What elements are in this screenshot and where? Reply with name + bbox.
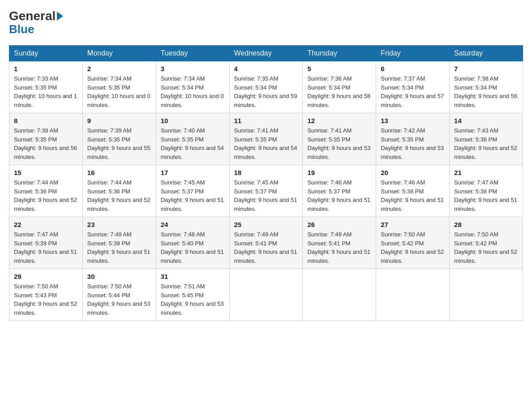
day-number: 26: [307, 221, 371, 228]
day-number: 5: [307, 65, 371, 73]
day-info: Sunrise: 7:36 AMSunset: 5:34 PMDaylight:…: [307, 75, 370, 108]
day-number: 10: [161, 117, 225, 124]
calendar-week-row: 8 Sunrise: 7:39 AMSunset: 5:35 PMDayligh…: [9, 113, 523, 165]
calendar-cell: [303, 269, 376, 321]
calendar-cell: 22 Sunrise: 7:47 AMSunset: 5:39 PMDaylig…: [9, 217, 83, 269]
day-number: 1: [14, 65, 78, 73]
day-number: 15: [14, 169, 78, 176]
day-info: Sunrise: 7:45 AMSunset: 5:37 PMDaylight:…: [234, 179, 297, 212]
day-info: Sunrise: 7:41 AMSunset: 5:35 PMDaylight:…: [307, 127, 370, 160]
calendar-cell: [229, 269, 303, 321]
calendar-cell: 18 Sunrise: 7:45 AMSunset: 5:37 PMDaylig…: [229, 165, 303, 217]
calendar-cell: 7 Sunrise: 7:38 AMSunset: 5:34 PMDayligh…: [450, 61, 523, 113]
calendar-cell: 31 Sunrise: 7:51 AMSunset: 5:45 PMDaylig…: [156, 269, 229, 321]
calendar-cell: 27 Sunrise: 7:50 AMSunset: 5:42 PMDaylig…: [376, 217, 450, 269]
day-info: Sunrise: 7:46 AMSunset: 5:38 PMDaylight:…: [381, 179, 444, 212]
day-number: 29: [14, 273, 78, 280]
day-number: 3: [161, 65, 225, 73]
day-number: 30: [87, 273, 151, 280]
day-number: 21: [454, 169, 518, 176]
calendar-cell: 24 Sunrise: 7:48 AMSunset: 5:40 PMDaylig…: [156, 217, 229, 269]
calendar-cell: 11 Sunrise: 7:41 AMSunset: 5:35 PMDaylig…: [229, 113, 303, 165]
day-info: Sunrise: 7:48 AMSunset: 5:39 PMDaylight:…: [87, 231, 150, 264]
day-number: 31: [161, 273, 225, 280]
day-number: 4: [234, 65, 298, 73]
calendar-cell: 13 Sunrise: 7:42 AMSunset: 5:35 PMDaylig…: [376, 113, 450, 165]
logo-general: General: [9, 9, 56, 23]
day-number: 24: [161, 221, 225, 228]
calendar-cell: 23 Sunrise: 7:48 AMSunset: 5:39 PMDaylig…: [82, 217, 156, 269]
calendar-week-row: 22 Sunrise: 7:47 AMSunset: 5:39 PMDaylig…: [9, 217, 523, 269]
day-number: 17: [161, 169, 225, 176]
calendar-cell: 19 Sunrise: 7:46 AMSunset: 5:37 PMDaylig…: [303, 165, 376, 217]
day-info: Sunrise: 7:40 AMSunset: 5:35 PMDaylight:…: [161, 127, 224, 160]
day-number: 6: [381, 65, 445, 73]
day-number: 16: [87, 169, 151, 176]
day-number: 8: [14, 117, 78, 124]
calendar-week-row: 1 Sunrise: 7:33 AMSunset: 5:35 PMDayligh…: [9, 61, 523, 113]
logo-blue: Blue: [9, 22, 34, 36]
day-info: Sunrise: 7:49 AMSunset: 5:41 PMDaylight:…: [234, 231, 297, 264]
column-header-friday: Friday: [376, 46, 450, 61]
calendar-cell: [450, 269, 523, 321]
logo: General Blue: [9, 9, 64, 36]
day-info: Sunrise: 7:48 AMSunset: 5:40 PMDaylight:…: [161, 231, 224, 264]
day-info: Sunrise: 7:45 AMSunset: 5:37 PMDaylight:…: [161, 179, 224, 212]
day-number: 14: [454, 117, 518, 124]
day-info: Sunrise: 7:51 AMSunset: 5:45 PMDaylight:…: [161, 283, 224, 316]
day-info: Sunrise: 7:38 AMSunset: 5:34 PMDaylight:…: [454, 75, 517, 108]
calendar-cell: 9 Sunrise: 7:39 AMSunset: 5:35 PMDayligh…: [82, 113, 156, 165]
day-info: Sunrise: 7:34 AMSunset: 5:35 PMDaylight:…: [87, 75, 150, 108]
column-header-sunday: Sunday: [9, 46, 83, 61]
day-info: Sunrise: 7:44 AMSunset: 5:36 PMDaylight:…: [14, 179, 77, 212]
day-number: 23: [87, 221, 151, 228]
day-info: Sunrise: 7:37 AMSunset: 5:34 PMDaylight:…: [381, 75, 444, 108]
day-info: Sunrise: 7:39 AMSunset: 5:35 PMDaylight:…: [87, 127, 150, 160]
calendar-header-row: SundayMondayTuesdayWednesdayThursdayFrid…: [9, 46, 523, 61]
day-info: Sunrise: 7:47 AMSunset: 5:39 PMDaylight:…: [14, 231, 77, 264]
day-info: Sunrise: 7:42 AMSunset: 5:35 PMDaylight:…: [381, 127, 444, 160]
calendar-table: SundayMondayTuesdayWednesdayThursdayFrid…: [9, 45, 523, 321]
calendar-cell: 20 Sunrise: 7:46 AMSunset: 5:38 PMDaylig…: [376, 165, 450, 217]
column-header-thursday: Thursday: [303, 46, 376, 61]
day-number: 22: [14, 221, 78, 228]
day-info: Sunrise: 7:43 AMSunset: 5:36 PMDaylight:…: [454, 127, 517, 160]
day-info: Sunrise: 7:47 AMSunset: 5:38 PMDaylight:…: [454, 179, 517, 212]
day-info: Sunrise: 7:41 AMSunset: 5:35 PMDaylight:…: [234, 127, 297, 160]
day-info: Sunrise: 7:46 AMSunset: 5:37 PMDaylight:…: [307, 179, 370, 212]
day-info: Sunrise: 7:50 AMSunset: 5:42 PMDaylight:…: [454, 231, 517, 264]
day-number: 2: [87, 65, 151, 73]
day-number: 12: [307, 117, 371, 124]
calendar-cell: 30 Sunrise: 7:50 AMSunset: 5:44 PMDaylig…: [82, 269, 156, 321]
calendar-cell: [376, 269, 450, 321]
day-number: 25: [234, 221, 298, 228]
column-header-tuesday: Tuesday: [156, 46, 229, 61]
calendar-week-row: 15 Sunrise: 7:44 AMSunset: 5:36 PMDaylig…: [9, 165, 523, 217]
column-header-monday: Monday: [82, 46, 156, 61]
calendar-week-row: 29 Sunrise: 7:50 AMSunset: 5:43 PMDaylig…: [9, 269, 523, 321]
calendar-cell: 17 Sunrise: 7:45 AMSunset: 5:37 PMDaylig…: [156, 165, 229, 217]
day-info: Sunrise: 7:33 AMSunset: 5:35 PMDaylight:…: [14, 75, 77, 108]
calendar-cell: 5 Sunrise: 7:36 AMSunset: 5:34 PMDayligh…: [303, 61, 376, 113]
calendar-cell: 8 Sunrise: 7:39 AMSunset: 5:35 PMDayligh…: [9, 113, 83, 165]
day-number: 28: [454, 221, 518, 228]
calendar-cell: 10 Sunrise: 7:40 AMSunset: 5:35 PMDaylig…: [156, 113, 229, 165]
day-info: Sunrise: 7:35 AMSunset: 5:34 PMDaylight:…: [234, 75, 297, 108]
day-number: 13: [381, 117, 445, 124]
calendar-cell: 15 Sunrise: 7:44 AMSunset: 5:36 PMDaylig…: [9, 165, 83, 217]
column-header-wednesday: Wednesday: [229, 46, 303, 61]
calendar-cell: 26 Sunrise: 7:49 AMSunset: 5:41 PMDaylig…: [303, 217, 376, 269]
day-number: 7: [454, 65, 518, 73]
day-number: 20: [381, 169, 445, 176]
day-number: 19: [307, 169, 371, 176]
calendar-cell: 14 Sunrise: 7:43 AMSunset: 5:36 PMDaylig…: [450, 113, 523, 165]
page-header: General Blue: [9, 9, 523, 36]
day-info: Sunrise: 7:50 AMSunset: 5:44 PMDaylight:…: [87, 283, 150, 316]
day-info: Sunrise: 7:44 AMSunset: 5:36 PMDaylight:…: [87, 179, 150, 212]
calendar-cell: 1 Sunrise: 7:33 AMSunset: 5:35 PMDayligh…: [9, 61, 83, 113]
day-number: 18: [234, 169, 298, 176]
calendar-cell: 29 Sunrise: 7:50 AMSunset: 5:43 PMDaylig…: [9, 269, 83, 321]
day-number: 27: [381, 221, 445, 228]
calendar-cell: 12 Sunrise: 7:41 AMSunset: 5:35 PMDaylig…: [303, 113, 376, 165]
column-header-saturday: Saturday: [450, 46, 523, 61]
